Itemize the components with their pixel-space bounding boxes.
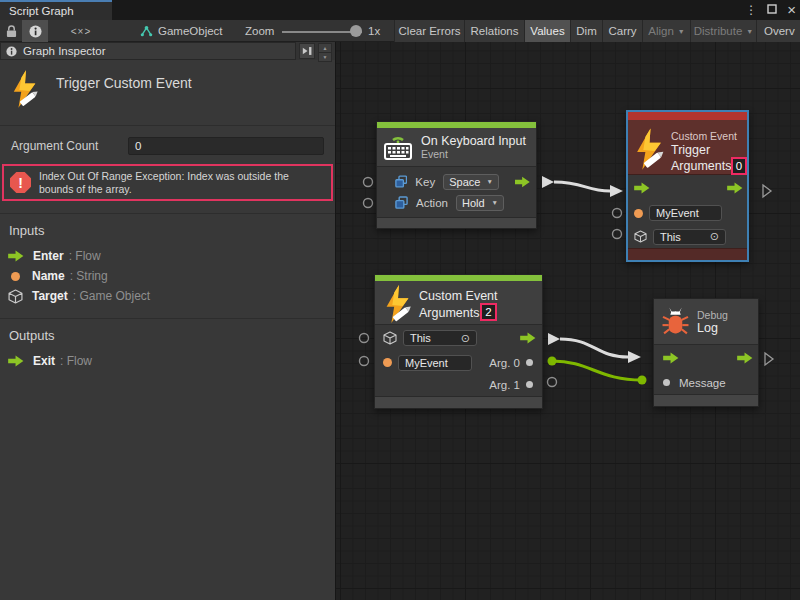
chevron-down-icon: ▼ [746,28,753,35]
arguments-count-box[interactable]: 2 [480,303,497,321]
action-dropdown[interactable]: Hold▼ [456,195,504,211]
wire-customevent-to-debug[interactable] [548,333,641,363]
node-title: Log [697,321,728,335]
keycode-icon [395,196,408,209]
custom-event-icon [382,285,414,323]
object-picker-icon[interactable]: ⊙ [461,332,470,345]
target-field[interactable]: This⊙ [653,229,726,245]
argument-count-row: Argument Count 0 [0,137,335,155]
flow-in-port[interactable] [663,352,679,364]
target-field[interactable]: This⊙ [403,330,477,346]
wire-keyboard-to-trigger[interactable] [542,176,623,197]
node-on-keyboard-input[interactable]: On Keyboard Input Event Key Space▼ Act [376,121,537,229]
node-footer [654,394,758,406]
custom-event-icon [10,70,40,108]
flow-out-port[interactable] [520,332,536,344]
unity-visual-scripting-window: Script Graph ⋮ × <×> GameObject Zoom 1x … [0,0,800,600]
error-message-box: ! Index Out Of Range Exception: Index wa… [2,164,333,201]
node-custom-event[interactable]: Custom Event Arguments 2 This⊙ MyEvent [374,274,543,409]
node-footer [377,217,536,228]
maximize-icon[interactable] [767,0,777,20]
string-port[interactable] [383,358,392,367]
arg1-port[interactable] [526,381,533,388]
target-row: This⊙ [628,225,747,248]
info-toggle-button[interactable] [22,20,48,42]
close-icon[interactable]: × [787,0,796,20]
arg0-port[interactable] [526,359,533,366]
overview-button[interactable]: Overv [756,20,800,42]
flow-out-port[interactable] [515,176,530,188]
gameobject-graph-icon [138,20,154,42]
spinner-up-button[interactable]: ▲ [318,43,332,53]
input-row-name: Name: String [0,266,335,286]
string-port-icon [11,272,20,281]
target-row: This⊙ [375,325,542,351]
flow-row [628,175,747,201]
distribute-button[interactable]: Distribute▼ [690,20,756,42]
spinner-down-button[interactable]: ▼ [318,53,332,62]
arg1-row: Arg. 1 [375,374,542,395]
values-button[interactable]: Values [524,20,570,42]
flow-out-port[interactable] [727,182,743,194]
event-name-row: MyEvent [628,201,747,225]
dim-button[interactable]: Dim [570,20,602,42]
flow-port-icon [8,250,24,262]
tab-script-graph[interactable]: Script Graph [0,0,112,20]
key-dropdown[interactable]: Space▼ [443,174,499,190]
lock-icon[interactable] [2,20,20,42]
info-icon [6,46,17,57]
cube-icon [8,289,23,304]
message-port[interactable] [663,379,670,386]
flow-in-port[interactable] [634,182,650,194]
node-trigger-custom-event[interactable]: Custom Event Trigger Arguments 0 MyEvent [626,110,749,262]
chevron-down-icon: ▼ [486,178,492,185]
message-label: Message [679,377,726,389]
keyboard-icon [383,134,413,161]
carry-button[interactable]: Carry [602,20,642,42]
node-title: Trigger [671,143,710,157]
node-kind: Custom Event [671,130,737,142]
window-menu-icon[interactable]: ⋮ [745,0,757,20]
align-button[interactable]: Align▼ [642,20,690,42]
node-debug-log[interactable]: Debug Log Message [653,298,759,407]
event-name-field[interactable]: MyEvent [398,355,472,371]
wire-arg0-to-message[interactable] [548,357,647,385]
zoom-slider-knob[interactable] [350,25,362,37]
arguments-count-box[interactable]: 0 [731,157,747,175]
flow-out-marker[interactable] [763,185,771,197]
node-title: On Keyboard Input [421,134,526,148]
flow-port-icon [8,355,24,367]
argument-count-field[interactable]: 0 [128,137,324,155]
graph-inspector-header: Graph Inspector [0,42,296,60]
output-row-exit: Exit: Flow [0,351,335,371]
cube-icon[interactable] [634,230,647,243]
relations-button[interactable]: Relations [464,20,524,42]
outputs-heading: Outputs [0,319,335,345]
graph-canvas[interactable]: On Keyboard Input Event Key Space▼ Act [336,42,800,600]
custom-event-icon [633,127,666,171]
cube-icon[interactable] [383,331,397,345]
arguments-label: Arguments [419,306,479,320]
string-port[interactable] [634,209,643,218]
node-kind: Debug [697,309,728,321]
flow-row [654,345,758,371]
flow-out-marker[interactable] [765,353,773,365]
message-row: Message [654,371,758,394]
clear-errors-button[interactable]: Clear Errors [394,20,464,42]
arguments-label: Arguments [671,159,731,173]
graph-toolbar: <×> GameObject Zoom 1x Clear Errors Rela… [0,20,800,42]
code-view-icon[interactable]: <×> [62,20,100,42]
inspector-header-title: Graph Inspector [23,45,105,57]
object-picker-icon[interactable]: ⊙ [710,230,719,243]
dock-right-icon [302,46,313,56]
flow-out-port[interactable] [737,352,753,364]
action-row: Action Hold▼ [377,192,536,213]
zoom-value: 1x [368,20,380,42]
panel-spinner: ▲ ▼ [318,43,332,59]
input-row-enter: Enter: Flow [0,246,335,266]
keycode-icon [395,175,407,188]
bug-icon [662,307,689,337]
event-name-field[interactable]: MyEvent [649,205,722,221]
gameobject-label: GameObject [158,20,223,42]
dock-panel-button[interactable] [299,43,315,59]
